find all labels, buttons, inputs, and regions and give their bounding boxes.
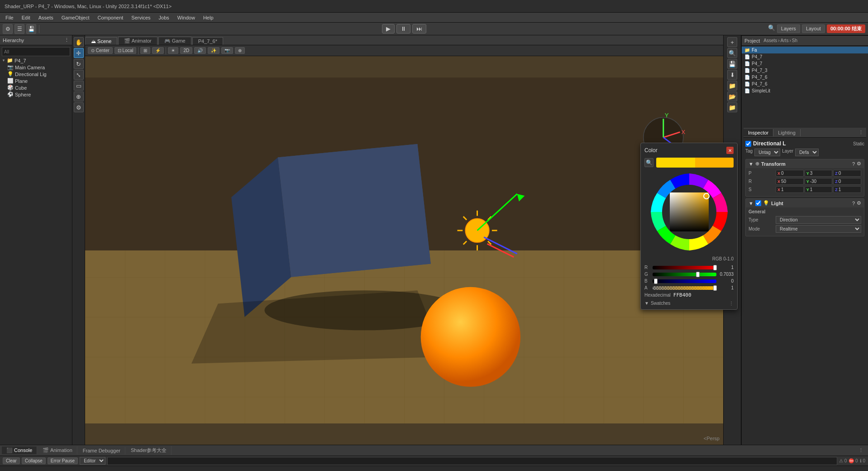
- hierarchy-item-plane[interactable]: ⬜ Plane: [0, 77, 72, 84]
- light-settings-icon[interactable]: ⚙: [857, 200, 861, 206]
- layout-button[interactable]: Layout: [802, 24, 825, 33]
- color-mode-selector[interactable]: RGB 0-1.0: [644, 256, 734, 261]
- bottom-tabs-menu[interactable]: ⋮: [856, 447, 866, 453]
- custom-tool[interactable]: ⚙: [74, 102, 84, 112]
- tab-scene[interactable]: ⛰ Scene: [85, 37, 117, 45]
- proj-item-p476-1[interactable]: 📄 P4_7_6: [742, 74, 868, 81]
- hierarchy-item-root[interactable]: ▼ 📁 P4_7: [0, 57, 72, 64]
- hierarchy-menu-icon[interactable]: ⋮: [64, 37, 69, 43]
- menu-gameobject[interactable]: GameObject: [58, 14, 93, 21]
- hex-value[interactable]: FFB400: [673, 292, 692, 298]
- settings-icon[interactable]: ⚙: [3, 24, 13, 34]
- proj-item-p47-2[interactable]: 📄 P4_7: [742, 60, 868, 67]
- hierarchy-item-light[interactable]: 💡 Directional Lig: [0, 71, 72, 77]
- proj-item-p473[interactable]: 📄 P4_7_3: [742, 67, 868, 74]
- channel-a-slider[interactable]: [653, 286, 716, 290]
- transform-settings-icon[interactable]: ⚙: [857, 161, 861, 167]
- move-tool[interactable]: ✛: [74, 48, 84, 58]
- editor-select[interactable]: Editor: [80, 457, 105, 465]
- asset-folder3-btn[interactable]: 📁: [727, 102, 737, 112]
- menu-edit[interactable]: Edit: [18, 14, 34, 21]
- asset-add-btn[interactable]: +: [727, 37, 737, 47]
- light-mode-select[interactable]: Realtime: [776, 225, 861, 233]
- proj-item-simplelit[interactable]: 📄 SimpleLit: [742, 87, 868, 94]
- rotate-tool[interactable]: ↻: [74, 59, 84, 69]
- pause-button[interactable]: ⏸: [396, 24, 410, 34]
- rot-x-field[interactable]: X 50: [776, 178, 804, 185]
- tab-game[interactable]: 🎮 Game: [158, 37, 191, 45]
- eyedropper-tool[interactable]: 🔍: [644, 158, 653, 167]
- tab-p47[interactable]: P4_7_6*: [192, 37, 223, 45]
- swatches-menu[interactable]: ⋮: [729, 301, 734, 306]
- menu-help[interactable]: Help: [200, 14, 217, 21]
- pos-x-field[interactable]: X 0: [776, 170, 804, 177]
- tag-select[interactable]: Untag: [754, 149, 780, 156]
- layer-select[interactable]: Defa: [795, 149, 819, 156]
- rect-tool[interactable]: ▭: [74, 81, 84, 91]
- tab-animation[interactable]: 🎬 Animation: [38, 447, 77, 454]
- tab-console[interactable]: ⬛ Console: [2, 447, 37, 454]
- center-btn[interactable]: ⊙ Center: [88, 47, 113, 54]
- color-wheel-svg[interactable]: [649, 171, 730, 253]
- rot-y-field[interactable]: Y -30: [805, 178, 833, 185]
- play-button[interactable]: ▶: [382, 24, 395, 34]
- asset-import-btn[interactable]: ⬇: [727, 70, 737, 80]
- collapse-button[interactable]: Collapse: [22, 457, 46, 464]
- light-header[interactable]: ▼ 💡 Light ? ⚙: [746, 199, 864, 207]
- save-icon[interactable]: 💾: [26, 24, 36, 34]
- tab-shader-ref[interactable]: Shader参考大全: [126, 446, 172, 455]
- search-icon[interactable]: 🔍: [768, 24, 775, 33]
- transform-tool[interactable]: ⊕: [74, 91, 84, 101]
- asset-search-btn[interactable]: 🔍: [727, 48, 737, 58]
- menu-window[interactable]: Window: [174, 14, 199, 21]
- light-active-toggle[interactable]: [755, 200, 761, 206]
- snap-btn[interactable]: ⚡: [152, 47, 164, 54]
- hierarchy-item-sphere[interactable]: ⚽ Sphere: [0, 91, 72, 98]
- proj-item-p476-2[interactable]: 📄 P4_7_6: [742, 81, 868, 87]
- menu-assets[interactable]: Assets: [35, 14, 57, 21]
- tab-frame-debugger[interactable]: Frame Debugger: [78, 447, 125, 454]
- clear-button[interactable]: Clear: [3, 457, 20, 464]
- tab-animator[interactable]: 🎬 Animator: [118, 37, 157, 45]
- local-btn[interactable]: ⊡ Local: [114, 47, 137, 54]
- scale-tool[interactable]: ⤡: [74, 70, 84, 80]
- color-wheel-container[interactable]: [649, 171, 730, 253]
- proj-item-p47-1[interactable]: 📄 P4_7: [742, 53, 868, 60]
- menu-component[interactable]: Component: [94, 14, 127, 21]
- scale-y-field[interactable]: Y 1: [805, 186, 833, 193]
- hierarchy-item-cube[interactable]: 🎲 Cube: [0, 84, 72, 91]
- asset-folder-btn[interactable]: 📁: [727, 81, 737, 91]
- hand-tool[interactable]: ✋: [74, 37, 84, 47]
- pos-y-field[interactable]: Y 3: [805, 170, 833, 177]
- camera-btn[interactable]: 📷: [221, 47, 233, 54]
- color-picker-close[interactable]: ✕: [726, 147, 734, 154]
- channel-g-slider[interactable]: [653, 273, 716, 276]
- path-assets[interactable]: Assets: [763, 38, 777, 43]
- menu-file[interactable]: File: [2, 14, 17, 21]
- error-pause-button[interactable]: Error Pause: [48, 457, 78, 464]
- rot-z-field[interactable]: Z 0: [833, 178, 861, 185]
- asset-save-btn[interactable]: 💾: [727, 59, 737, 69]
- console-search[interactable]: [107, 457, 837, 465]
- tab-inspector[interactable]: Inspector: [744, 129, 773, 136]
- lighting-btn[interactable]: ☀: [168, 47, 178, 54]
- menu-jobs[interactable]: Jobs: [155, 14, 173, 21]
- swatches-expand[interactable]: ▼: [644, 301, 649, 306]
- grid-btn[interactable]: ⊞: [140, 47, 150, 54]
- menu-services[interactable]: Services: [128, 14, 154, 21]
- scale-z-field[interactable]: Z 1: [833, 186, 861, 193]
- inspector-menu[interactable]: ⋮: [856, 130, 866, 135]
- pos-z-field[interactable]: Z 0: [833, 170, 861, 177]
- path-arts[interactable]: Arts: [781, 38, 789, 43]
- fx-btn[interactable]: ✨: [208, 47, 219, 54]
- view-2d-btn[interactable]: 2D: [180, 47, 192, 54]
- light-type-select[interactable]: Direction: [776, 216, 861, 224]
- gizmos-btn[interactable]: ⊕: [235, 47, 245, 54]
- object-active-toggle[interactable]: [745, 141, 751, 147]
- tab-lighting[interactable]: Lighting: [773, 129, 801, 136]
- light-help-icon[interactable]: ?: [852, 201, 855, 206]
- channel-b-slider[interactable]: [653, 279, 716, 283]
- path-sh[interactable]: Sh: [792, 38, 797, 43]
- asset-folder2-btn[interactable]: 📂: [727, 91, 737, 101]
- step-button[interactable]: ⏭: [412, 24, 426, 34]
